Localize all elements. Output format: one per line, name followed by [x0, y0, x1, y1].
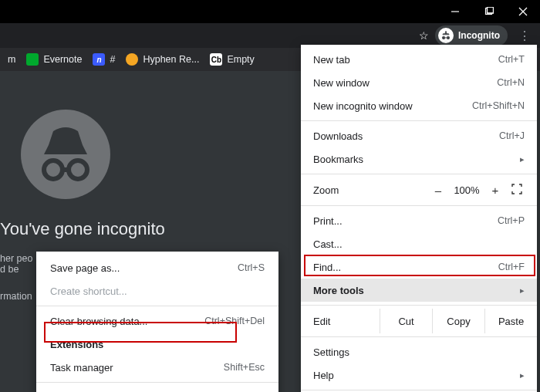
bookmark-item[interactable]: CbEmpty [210, 53, 254, 66]
bookmark-item[interactable]: Hyphen Re... [126, 53, 199, 66]
menu-zoom: Zoom – 100% + [301, 177, 537, 202]
zoom-value: 100% [449, 184, 484, 196]
menu-more-tools[interactable]: More tools [301, 279, 537, 302]
submenu-save-page[interactable]: Save page as...Ctrl+S [36, 256, 278, 279]
menu-separator [36, 382, 278, 383]
bookmark-star-icon[interactable]: ☆ [419, 29, 429, 42]
chrome-menu: New tabCtrl+T New windowCtrl+N New incog… [301, 45, 537, 392]
svg-rect-2 [488, 7, 494, 13]
page-text: her peod be [0, 253, 32, 275]
menu-separator [301, 305, 537, 306]
menu-separator [301, 390, 537, 390]
fullscreen-button[interactable] [506, 184, 528, 197]
notion-icon: n [93, 53, 105, 66]
menu-separator [301, 336, 537, 337]
menu-help[interactable]: Help [301, 363, 537, 387]
more-tools-submenu: Save page as...Ctrl+S Create shortcut...… [36, 252, 278, 392]
submenu-extensions[interactable]: Extensions [36, 333, 278, 356]
edit-label: Edit [313, 316, 380, 327]
menu-edit-row: Edit Cut Copy Paste [301, 309, 537, 333]
evernote-icon [26, 53, 39, 66]
submenu-task-manager[interactable]: Task managerShift+Esc [36, 356, 278, 379]
menu-print[interactable]: Print...Ctrl+P [301, 209, 537, 232]
page-title: You've gone incognito [0, 219, 165, 239]
paste-button[interactable]: Paste [484, 309, 537, 333]
submenu-developer-tools[interactable]: Developer toolsCtrl+Shift+I [36, 386, 278, 392]
menu-button[interactable]: ⋮ [514, 29, 535, 43]
maximize-button[interactable] [472, 0, 506, 23]
menu-separator [36, 306, 278, 306]
window-titlebar [0, 0, 540, 23]
minimize-button[interactable] [438, 0, 472, 23]
bookmark-label: # [110, 54, 115, 65]
menu-separator [301, 205, 537, 206]
menu-settings[interactable]: Settings [301, 340, 537, 363]
close-button[interactable] [506, 0, 540, 23]
menu-separator [301, 120, 537, 121]
menu-downloads[interactable]: DownloadsCtrl+J [301, 124, 537, 147]
menu-bookmarks[interactable]: Bookmarks [301, 147, 537, 171]
zoom-in-button[interactable]: + [484, 184, 506, 197]
cut-button[interactable]: Cut [380, 309, 432, 333]
zoom-label: Zoom [313, 184, 427, 196]
incognito-hero-icon [19, 108, 112, 201]
bookmark-item[interactable]: Evernote [26, 53, 82, 66]
menu-cast[interactable]: Cast... [301, 232, 537, 255]
menu-new-incognito[interactable]: New incognito windowCtrl+Shift+N [301, 94, 537, 117]
zoom-out-button[interactable]: – [427, 184, 449, 197]
menu-separator [301, 174, 537, 174]
menu-new-window[interactable]: New windowCtrl+N [301, 71, 537, 94]
copy-button[interactable]: Copy [432, 309, 484, 333]
bookmark-label: Hyphen Re... [143, 54, 199, 65]
menu-new-tab[interactable]: New tabCtrl+T [301, 48, 537, 71]
bookmark-label: Evernote [43, 54, 82, 65]
bookmark-label: m [8, 54, 15, 65]
bookmark-item[interactable]: m [8, 54, 15, 65]
incognito-icon [438, 28, 454, 43]
cb-icon: Cb [210, 53, 222, 66]
bookmark-item[interactable]: n# [93, 53, 115, 66]
submenu-create-shortcut: Create shortcut... [36, 279, 278, 302]
incognito-label: Incognito [458, 30, 500, 41]
page-text: rmation [0, 291, 32, 302]
submenu-clear-data[interactable]: Clear browsing data...Ctrl+Shift+Del [36, 309, 278, 333]
dot-icon [126, 53, 138, 66]
bookmark-label: Empty [227, 54, 254, 65]
incognito-indicator[interactable]: Incognito [435, 25, 508, 46]
menu-find[interactable]: Find...Ctrl+F [301, 255, 537, 279]
